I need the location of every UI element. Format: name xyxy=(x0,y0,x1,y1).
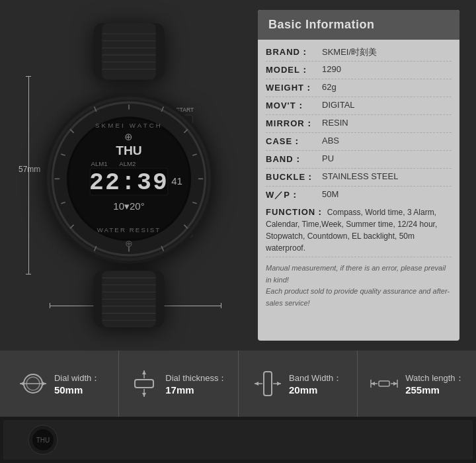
info-row: BRAND：SKMEI/时刻美 xyxy=(266,44,452,62)
info-row: CASE：ABS xyxy=(266,133,452,151)
svg-text:ALM1: ALM1 xyxy=(91,160,108,167)
info-row-label: W／P： xyxy=(266,189,322,201)
spec-dial-width-text: Dial width： 50mm xyxy=(54,372,100,396)
svg-text:41: 41 xyxy=(171,175,182,187)
preview-bar-svg: THU xyxy=(3,420,473,460)
info-row-label: MODEL： xyxy=(266,64,322,76)
info-row-value: ABS xyxy=(322,136,452,146)
info-row-value: 62g xyxy=(322,82,452,92)
info-row-label: MIRROR： xyxy=(266,118,322,130)
svg-text:10▾20°: 10▾20° xyxy=(113,200,144,212)
info-body: BRAND：SKMEI/时刻美MODEL：1290WEIGHT：62gMOV'T… xyxy=(258,40,459,316)
svg-marker-68 xyxy=(142,393,146,397)
preview-bar: THU xyxy=(0,417,476,463)
info-note-line1: Manual measurement, if there is an error… xyxy=(266,263,452,286)
dial-thickness-icon xyxy=(130,369,159,398)
watch-image-container: 57mm 50mm xyxy=(17,23,241,327)
info-row: BUCKLE：STAINLESS STEEL xyxy=(266,169,452,187)
spec-dial-thickness-label: Dial thickness： xyxy=(165,372,227,384)
spec-band-width-value: 20mm xyxy=(289,384,342,396)
svg-text:WATER RESIST: WATER RESIST xyxy=(97,226,161,233)
svg-text:22:39: 22:39 xyxy=(89,169,169,196)
band-width-icon xyxy=(253,369,282,398)
info-row-label: WEIGHT： xyxy=(266,82,322,94)
spec-band-width-label: Band Width： xyxy=(289,372,342,384)
spec-dial-width-label: Dial width： xyxy=(54,372,100,384)
info-row-value: 1290 xyxy=(322,64,452,74)
svg-rect-69 xyxy=(264,372,272,396)
info-row-value: PU xyxy=(322,153,452,163)
info-row: BAND：PU xyxy=(266,151,452,169)
dial-width-icon xyxy=(19,369,48,398)
spec-watch-length-label: Watch length： xyxy=(405,372,463,384)
info-row: MIRROR：RESIN xyxy=(266,115,452,133)
svg-marker-62 xyxy=(20,382,24,386)
info-row-value: 50M xyxy=(322,189,452,199)
info-row-value: SKMEI/时刻美 xyxy=(322,46,452,58)
svg-text:SKMEI WATCH: SKMEI WATCH xyxy=(95,122,163,129)
svg-marker-78 xyxy=(393,382,397,386)
svg-marker-63 xyxy=(42,382,46,386)
info-row-value: STAINLESS STEEL xyxy=(322,171,452,181)
info-row-value: RESIN xyxy=(322,118,452,128)
svg-rect-74 xyxy=(379,381,389,386)
svg-marker-67 xyxy=(142,370,146,374)
function-row: FUNCTION： Compass, World time, 3 Alarm, … xyxy=(266,204,452,257)
info-row: WEIGHT：62g xyxy=(266,79,452,97)
svg-rect-81 xyxy=(3,420,473,460)
svg-marker-77 xyxy=(371,382,375,386)
svg-text:⊕: ⊕ xyxy=(125,238,133,249)
info-row: MOV'T：DIGITAL xyxy=(266,97,452,115)
watch-svg: LIGHT MODE START RESET xyxy=(17,23,241,327)
svg-text:ALM2: ALM2 xyxy=(119,160,136,167)
svg-text:THU: THU xyxy=(116,144,142,157)
spec-watch-length-value: 255mm xyxy=(405,384,463,396)
spec-watch-length: Watch length： 255mm xyxy=(358,351,476,417)
function-label: FUNCTION： xyxy=(266,207,325,217)
info-panel: Basic Information BRAND：SKMEI/时刻美MODEL：1… xyxy=(258,10,459,341)
info-row-label: CASE： xyxy=(266,136,322,147)
info-row-label: BAND： xyxy=(266,153,322,165)
info-note: Manual measurement, if there is an error… xyxy=(266,257,452,312)
main-section: 57mm 50mm xyxy=(0,0,476,351)
info-row: MODEL：1290 xyxy=(266,62,452,79)
spec-dial-thickness-text: Dial thickness： 17mm xyxy=(165,372,227,396)
spec-band-width: Band Width： 20mm xyxy=(239,351,358,417)
spec-dial-width-value: 50mm xyxy=(54,384,100,396)
info-row-value: DIGITAL xyxy=(322,100,452,110)
svg-text:⊕: ⊕ xyxy=(124,131,133,142)
specs-bar: Dial width： 50mm Dial thickness： 17mm Ba… xyxy=(0,351,476,417)
watch-panel: 57mm 50mm xyxy=(0,0,258,351)
preview-bar-inner: THU xyxy=(3,420,473,460)
svg-rect-1 xyxy=(102,23,155,80)
svg-marker-72 xyxy=(255,382,258,386)
svg-text:THU: THU xyxy=(36,437,50,444)
info-row-label: BUCKLE： xyxy=(266,171,322,183)
spec-dial-width: Dial width： 50mm xyxy=(0,351,119,417)
info-row-label: MOV'T： xyxy=(266,100,322,112)
info-note-line2: Each product sold to provide quality ass… xyxy=(266,286,452,309)
spec-band-width-text: Band Width： 20mm xyxy=(289,372,342,396)
svg-marker-73 xyxy=(277,382,281,386)
info-row: W／P：50M xyxy=(266,187,452,204)
info-row-label: BRAND： xyxy=(266,46,322,58)
spec-watch-length-text: Watch length： 255mm xyxy=(405,372,463,396)
watch-length-icon xyxy=(370,369,399,398)
svg-rect-64 xyxy=(135,380,153,388)
spec-dial-thickness: Dial thickness： 17mm xyxy=(119,351,238,417)
info-title: Basic Information xyxy=(258,10,459,40)
spec-dial-thickness-value: 17mm xyxy=(165,384,227,396)
